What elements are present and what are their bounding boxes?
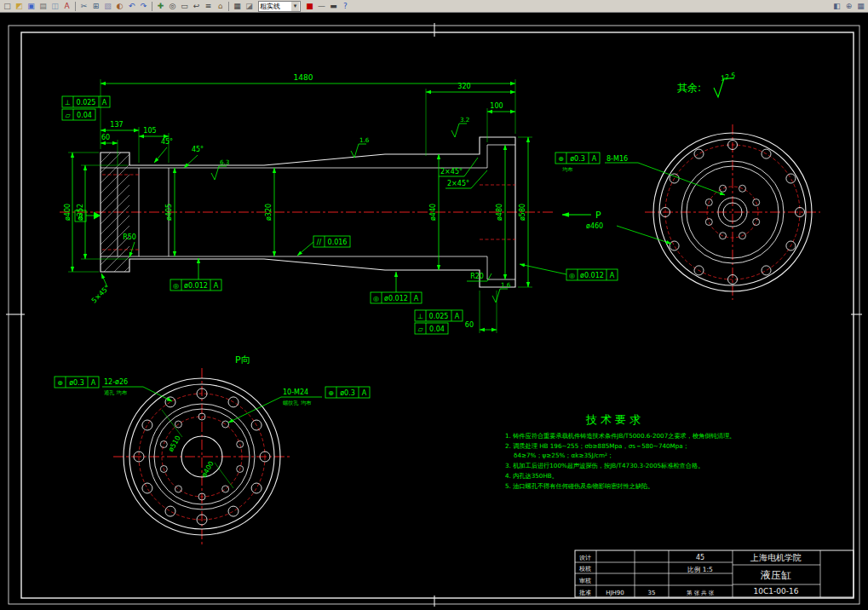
holes-callout-12: 12-ø26	[104, 378, 128, 386]
tb-check-label: 校核	[578, 566, 591, 573]
plot-icon[interactable]: ▤	[37, 1, 49, 11]
toolbar-separator	[228, 2, 229, 11]
layers-icon[interactable]: ▦	[232, 1, 243, 11]
fcf-value: ø0.012	[184, 282, 208, 290]
zoom-window-icon[interactable]: ▭	[179, 1, 190, 11]
color-control-icon[interactable]: ■	[304, 1, 315, 11]
sf-3.2: 3.2	[460, 116, 469, 124]
fcf-symbol: ◎	[569, 272, 575, 279]
toolbar-right-group: ◧ ⊕ ▦	[831, 1, 866, 11]
dim-137: 137	[110, 121, 123, 129]
note-r50: R50	[123, 233, 136, 241]
fcf-datum: A	[362, 389, 367, 397]
tb-drawing-number: 10C1-00-16	[754, 587, 799, 596]
tb-audit-label: 审核	[579, 578, 591, 584]
fcf-symbol: ⊕	[328, 389, 334, 397]
dim-d405: ø405	[165, 204, 173, 221]
zoom-realtime-icon[interactable]: ◎	[167, 1, 178, 11]
fcf-perpendicularity-1: ⊥ 0.025 A	[62, 96, 110, 107]
right-end-view: ⊕ ø0.3 A 8-M16 均布 P ø460 其余: 12.5	[555, 72, 820, 300]
tb-design-label: 设计	[579, 555, 591, 561]
design-center-icon[interactable]: ⌂	[215, 1, 226, 11]
fcf-datum: A	[91, 379, 96, 387]
layer-combo[interactable]: 粗实线 ▾	[258, 1, 301, 12]
fcf-symbol: ▱	[65, 112, 71, 119]
surplus-label: 其余:	[677, 82, 701, 94]
dim-d460: ø460	[586, 222, 603, 230]
spell-check-icon[interactable]: A	[61, 1, 72, 11]
layer-states-icon[interactable]: ◪	[244, 1, 255, 11]
fcf-parallelism: // 0.016	[297, 236, 350, 256]
holes-note-10: 螺纹孔 均布	[283, 400, 312, 406]
cut-icon[interactable]: ✂	[78, 1, 89, 11]
surplus-value: 12.5	[719, 72, 736, 83]
dim-d510: ø510	[167, 434, 182, 453]
combo-dropdown-icon[interactable]: ▾	[291, 2, 299, 11]
fcf-value: 0.04	[77, 112, 92, 119]
tb-code: HJH90	[606, 590, 624, 596]
properties-icon[interactable]: ≡	[203, 1, 214, 11]
zoom-previous-icon[interactable]: ↩	[191, 1, 202, 11]
drawing-canvas[interactable]: 1480 320 100 137 105 60 ø400 ø352	[0, 13, 868, 610]
help-icon[interactable]: ?	[340, 1, 351, 11]
layer-combo-value: 粗实线	[260, 2, 280, 11]
match-properties-icon[interactable]: ◐	[114, 1, 125, 11]
pan-icon[interactable]: ✚	[155, 1, 166, 11]
fcf-concentricity-3: ◎ ø0.012 A	[520, 264, 618, 280]
sf-1.6b: 1.6	[501, 281, 511, 289]
dim-60: 60	[101, 134, 110, 141]
surface-finish-marks: 6.3 1.6 3.2 1.6	[211, 116, 511, 302]
fcf-value: 0.016	[328, 239, 348, 246]
osnap-icon[interactable]: ⊕	[843, 1, 854, 11]
dim-horizontal: 1480 320 100 137 105 60	[101, 73, 515, 165]
grid-icon[interactable]: ▦	[855, 1, 866, 11]
dim-320: 320	[457, 83, 470, 90]
new-file-icon[interactable]: □	[2, 1, 13, 11]
fcf-datum: A	[592, 155, 597, 163]
fcf-value: ø0.012	[384, 295, 408, 302]
fcf-concentricity-2: ◎ ø0.012 A	[371, 272, 422, 303]
dim-100: 100	[490, 102, 503, 110]
undo-icon[interactable]: ↶	[126, 1, 137, 11]
surface-finish-general: 其余: 12.5	[677, 72, 737, 97]
save-file-icon[interactable]: ▣	[26, 1, 37, 11]
tb-sheet: 第 张 共 张	[687, 590, 715, 596]
fcf-symbol: ◎	[173, 282, 179, 290]
fcf-flatness-1: ▱ 0.04	[62, 109, 95, 120]
fcf-symbol: //	[317, 239, 322, 246]
note-45b: 45°	[192, 146, 204, 153]
model-space-icon[interactable]: ◧	[831, 1, 842, 11]
fcf-datum: A	[102, 99, 107, 106]
print-preview-icon[interactable]: ◫	[49, 1, 60, 11]
fcf-value: ø0.3	[69, 379, 84, 387]
fcf-datum: A	[414, 295, 419, 302]
fcf-position-8m16: ⊕ ø0.3 A	[555, 152, 600, 164]
fcf-symbol: ⊕	[558, 155, 564, 163]
fcf-value: ø0.012	[580, 272, 604, 279]
dim-d320: ø320	[265, 204, 273, 221]
lineweight-control-icon[interactable]: ▬	[328, 1, 339, 11]
paste-icon[interactable]: ▧	[102, 1, 113, 11]
tech-line-1: 1. 铸件应符合重要承载机件铸造技术条件JB/T5000.6-2007之要求，棱…	[505, 432, 735, 440]
fcf-datum: A	[214, 282, 219, 290]
linetype-control-icon[interactable]: —	[316, 1, 327, 11]
fcf-value: 0.04	[429, 325, 445, 333]
tech-line-5: 4. 内孔达350HB。	[505, 472, 558, 480]
toolbar-separator	[152, 2, 152, 11]
redo-icon[interactable]: ↷	[138, 1, 149, 11]
fcf-flatness-2: ▱ 0.04	[415, 323, 448, 334]
toolbar: □ ◩ ▣ ▤ ◫ A ✂ ⊞ ▧ ◐ ↶ ↷ ✚ ◎ ▭ ↩ ≡ ⌂ ▦ ◪ …	[0, 0, 868, 13]
tb-part-name: 液压缸	[760, 569, 791, 581]
fcf-symbol: ⊥	[65, 99, 71, 106]
dim-d580: ø580	[519, 204, 526, 221]
dim-d480: ø480	[496, 204, 503, 221]
fcf-perpendicularity-2: ⊥ 0.025 A	[415, 310, 463, 321]
dim-overall-length: 1480	[294, 73, 313, 82]
open-file-icon[interactable]: ◩	[14, 1, 25, 11]
copy-icon[interactable]: ⊞	[90, 1, 101, 11]
tech-requirements: 技术要求 1. 铸件应符合重要承载机件铸造技术条件JB/T5000.6-2007…	[505, 413, 735, 490]
fcf-symbol: ◎	[373, 295, 379, 302]
holes-note-12: 通孔 均布	[104, 389, 127, 396]
tb-scale: 比例 1:5	[687, 566, 713, 573]
dim-60b: 60	[465, 321, 474, 329]
